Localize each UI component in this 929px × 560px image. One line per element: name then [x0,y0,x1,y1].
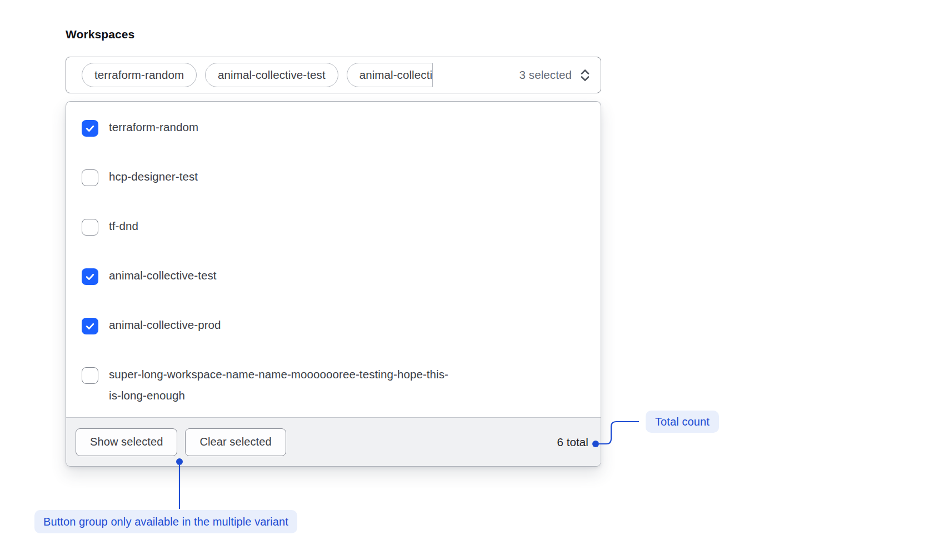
workspace-option-label: tf-dnd [109,216,138,237]
screenshot-canvas: Workspaces terraform-randomanimal-collec… [0,0,929,560]
check-icon [84,321,96,332]
check-icon [84,123,96,134]
selection-summary: 3 selected [520,68,592,83]
listbox-footer: Show selected Clear selected 6 total [66,417,601,466]
workspace-option[interactable]: animal-collective-prod [82,317,585,336]
selected-count-text: 3 selected [520,68,572,82]
selected-tags: terraform-randomanimal-collective-testan… [82,63,510,87]
workspaces-label: Workspaces [66,28,134,41]
workspace-option[interactable]: hcp-designer-test [82,168,585,187]
annotation-button-group: Button group only available in the multi… [34,510,297,533]
selected-tag: animal-collective-test [205,63,338,87]
workspace-option[interactable]: terraform-random [82,119,585,138]
workspace-option-label: hcp-designer-test [109,166,198,187]
total-count-text: 6 total [557,436,588,449]
caret-updown-icon [578,68,592,83]
workspace-option-label: super-long-workspace-name-name-moooooore… [109,364,456,406]
options-list: terraform-randomhcp-designer-testtf-dnda… [66,102,601,417]
workspace-option[interactable]: super-long-workspace-name-name-moooooore… [82,366,585,406]
connector-line-total-count [599,422,639,444]
clear-selected-button[interactable]: Clear selected [185,428,286,456]
checkbox-unchecked[interactable] [82,367,98,384]
selected-tag: terraform-random [82,63,197,87]
selected-tag: animal-collective-prod [347,63,433,87]
annotation-total-count: Total count [646,411,719,433]
checkbox-unchecked[interactable] [82,219,98,236]
show-selected-button[interactable]: Show selected [76,428,177,456]
check-icon [84,271,96,282]
workspace-option-label: animal-collective-prod [109,314,221,336]
checkbox-checked[interactable] [82,318,98,334]
multiselect-trigger[interactable]: terraform-randomanimal-collective-testan… [66,57,601,93]
workspace-option[interactable]: animal-collective-test [82,267,585,286]
workspace-option-label: animal-collective-test [109,265,217,286]
workspace-option-label: terraform-random [109,117,198,138]
listbox-panel: terraform-randomhcp-designer-testtf-dnda… [66,101,601,467]
checkbox-unchecked[interactable] [82,169,98,186]
checkbox-checked[interactable] [82,268,98,285]
workspace-option[interactable]: tf-dnd [82,218,585,237]
checkbox-checked[interactable] [82,120,98,137]
